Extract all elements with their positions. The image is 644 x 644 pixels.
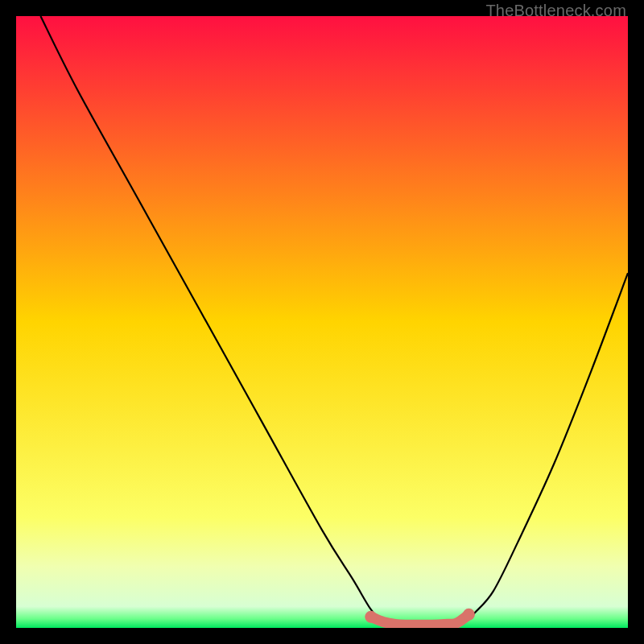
chart-frame: [16, 16, 628, 628]
watermark-text: TheBottleneck.com: [485, 2, 626, 20]
bottleneck-chart: [16, 16, 628, 628]
svg-point-1: [463, 609, 475, 621]
gradient-background: [16, 16, 628, 628]
svg-point-0: [365, 611, 377, 623]
